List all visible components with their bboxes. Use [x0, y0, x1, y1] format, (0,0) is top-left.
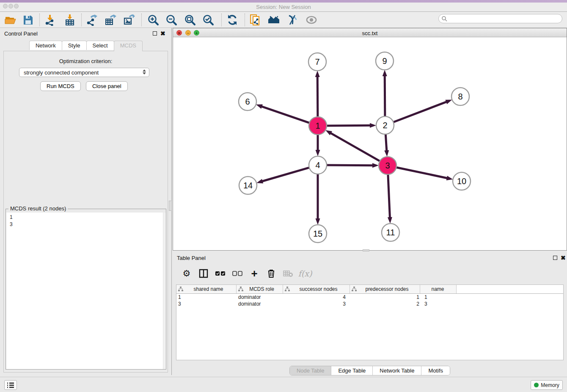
network-window-title: scc.txt: [173, 30, 567, 36]
edge-4-15[interactable]: [316, 173, 320, 225]
node-14[interactable]: 14: [239, 177, 257, 194]
column-header-successor-nodes[interactable]: successor nodes: [283, 285, 350, 293]
tab-style[interactable]: Style: [62, 41, 87, 50]
table-row[interactable]: 3dominator323: [176, 301, 563, 307]
control-panel-tabs: NetworkStyleSelectMCDS: [0, 41, 171, 51]
edge-4-3[interactable]: [326, 163, 379, 168]
deselect-all-icon[interactable]: [232, 268, 243, 279]
hide-panel-icon[interactable]: [286, 14, 298, 26]
cell-name: 1: [420, 294, 457, 300]
edge-2-8[interactable]: [393, 99, 452, 122]
table-panel: Table Panel ✖ ⚙ + f(x) shared nameMCDS r…: [173, 252, 567, 376]
tab-mcds[interactable]: MCDS: [114, 41, 143, 51]
export-table-icon[interactable]: [105, 14, 116, 26]
result-scrollbar[interactable]: [163, 213, 166, 369]
close-panel-button[interactable]: Close panel: [86, 81, 128, 91]
network-window-titlebar[interactable]: ✕ – + scc.txt: [173, 28, 567, 37]
save-session-icon[interactable]: [22, 14, 34, 26]
network-window: ✕ – + scc.txt 7968124314101511: [173, 28, 567, 251]
edge-1-2[interactable]: [326, 123, 376, 128]
tab-network[interactable]: Network: [29, 41, 62, 50]
cell-mcds-role: dominator: [237, 294, 283, 300]
node-15[interactable]: 15: [309, 225, 327, 243]
node-8[interactable]: 8: [451, 88, 469, 105]
zoom-out-icon[interactable]: [165, 14, 177, 26]
edge-3-11[interactable]: [388, 174, 392, 224]
tab-node-table[interactable]: Node Table: [290, 366, 332, 375]
refresh-layout-icon[interactable]: [226, 14, 238, 26]
export-network-icon[interactable]: [86, 14, 98, 26]
zoom-selected-icon[interactable]: [202, 14, 214, 26]
svg-text:10: 10: [457, 177, 466, 186]
network-graph[interactable]: 7968124314101511: [173, 37, 567, 250]
app-title-bar: Session: New Session: [0, 0, 567, 12]
node-10[interactable]: 10: [453, 172, 471, 190]
memory-button[interactable]: Memory: [531, 380, 563, 390]
close-panel-icon[interactable]: ✖: [160, 30, 165, 37]
close-table-panel-icon[interactable]: ✖: [561, 254, 566, 261]
svg-text:7: 7: [315, 57, 319, 66]
tab-select[interactable]: Select: [86, 41, 114, 50]
node-3[interactable]: 3: [379, 157, 396, 174]
tab-motifs[interactable]: Motifs: [421, 366, 450, 375]
apply-function-icon: f(x): [300, 268, 311, 279]
column-label: shared name: [183, 286, 236, 292]
import-network-icon[interactable]: [44, 14, 56, 26]
edge-1-7[interactable]: [315, 71, 320, 118]
tab-edge-table[interactable]: Edge Table: [331, 366, 373, 375]
mcds-result-text[interactable]: 13: [6, 213, 166, 369]
task-history-button[interactable]: [4, 380, 17, 390]
edge-2-9[interactable]: [383, 70, 387, 117]
delete-row-icon[interactable]: [266, 268, 277, 279]
show-home-icon[interactable]: [268, 14, 280, 26]
table-options-icon[interactable]: ⚙: [181, 268, 192, 279]
float-panel-icon[interactable]: [153, 31, 157, 36]
node-9[interactable]: 9: [376, 52, 394, 70]
search-input[interactable]: [447, 16, 562, 22]
import-table-icon[interactable]: [64, 14, 76, 26]
edge-1-4[interactable]: [316, 134, 320, 156]
table-row[interactable]: 1dominator411: [176, 294, 563, 301]
mcds-result-line: 3: [10, 221, 162, 228]
show-columns-icon[interactable]: [198, 268, 209, 279]
column-header-predecessor-nodes[interactable]: predecessor nodes: [350, 285, 420, 293]
edge-3-1[interactable]: [325, 130, 380, 161]
node-7[interactable]: 7: [308, 53, 326, 71]
export-image-icon[interactable]: [123, 14, 135, 26]
open-file-icon[interactable]: [4, 14, 16, 26]
float-table-panel-icon[interactable]: [553, 256, 557, 260]
column-header-name[interactable]: name: [420, 285, 457, 293]
zoom-fit-icon[interactable]: [184, 14, 196, 26]
zoom-in-icon[interactable]: [147, 14, 159, 26]
hierarchy-icon: [238, 287, 243, 292]
horizontal-split-grip[interactable]: [363, 249, 369, 251]
search-icon: [441, 16, 447, 22]
fx-label: f(x): [298, 269, 312, 278]
node-11[interactable]: 11: [382, 224, 399, 241]
cell-name: 3: [420, 301, 457, 307]
edge-2-3[interactable]: [384, 133, 389, 157]
node-1[interactable]: 1: [309, 117, 327, 135]
edge-1-6[interactable]: [256, 104, 310, 123]
svg-text:8: 8: [458, 92, 462, 101]
show-panel-icon[interactable]: [306, 14, 317, 26]
toolbar-separator: [245, 14, 245, 26]
clone-network-icon[interactable]: [250, 14, 261, 26]
edge-3-10[interactable]: [396, 167, 453, 180]
edge-4-14[interactable]: [256, 167, 310, 183]
node-2[interactable]: 2: [376, 116, 394, 134]
node-4[interactable]: 4: [309, 156, 327, 174]
table-panel-header: Table Panel ✖: [173, 252, 567, 263]
search-box[interactable]: [438, 14, 562, 23]
tab-network-table[interactable]: Network Table: [373, 366, 421, 375]
column-header-shared-name[interactable]: shared name: [176, 285, 237, 293]
node-6[interactable]: 6: [239, 93, 256, 110]
status-bar: Memory: [0, 377, 567, 392]
add-row-icon[interactable]: +: [249, 268, 260, 279]
column-header-mcds-role[interactable]: MCDS role: [237, 285, 283, 293]
run-mcds-button[interactable]: Run MCDS: [40, 81, 81, 91]
select-all-icon[interactable]: [215, 268, 226, 279]
panel-divider-grip[interactable]: [169, 201, 172, 211]
criterion-select[interactable]: strongly connected component: [19, 68, 149, 77]
optimization-criterion-label: Optimization criterion:: [4, 58, 168, 64]
